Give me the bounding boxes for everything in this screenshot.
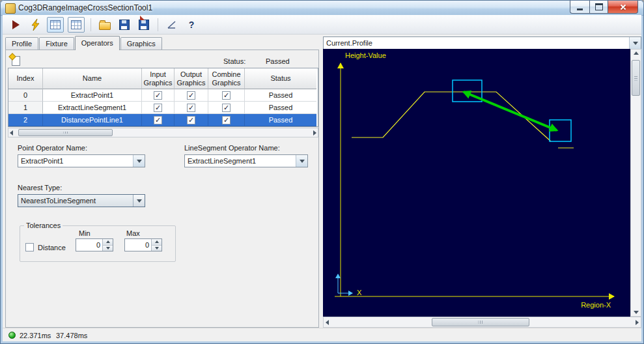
spin-down-button[interactable]: [103, 246, 113, 251]
triangle-right-icon: [313, 130, 316, 136]
open-button[interactable]: [97, 17, 113, 33]
new-document-icon: [12, 56, 20, 66]
header-line: Output: [180, 70, 202, 79]
spin-down-button[interactable]: [152, 246, 161, 251]
result-graphics-toggle[interactable]: [47, 17, 64, 33]
chevron-down-icon: [296, 155, 307, 167]
table-horizontal-scrollbar[interactable]: [8, 128, 318, 137]
app-icon: [5, 3, 16, 14]
execution-time: 22.371ms: [20, 332, 51, 339]
cell-combine-graphics: ✓: [208, 114, 245, 126]
max-spinner[interactable]: 0: [124, 238, 162, 251]
distance-label: Distance: [38, 244, 66, 251]
table-row[interactable]: 1 ExtractLineSegment1 ✓ ✓ ✓ Passed: [8, 102, 318, 114]
column-header-input-graphics[interactable]: Input Graphics: [142, 68, 175, 89]
scroll-right-button[interactable]: [313, 130, 316, 136]
toolbar-separator: [158, 18, 158, 31]
min-label: Min: [79, 229, 91, 237]
scrollbar-thumb[interactable]: [432, 318, 529, 326]
scrollbar-thumb[interactable]: [18, 129, 113, 136]
save-button[interactable]: [117, 17, 132, 33]
min-value[interactable]: 0: [76, 239, 102, 251]
minimize-icon: [577, 8, 583, 10]
scroll-left-button[interactable]: [10, 130, 13, 136]
checkbox[interactable]: ✓: [154, 104, 162, 112]
grid-icon: [71, 20, 81, 29]
column-header-name[interactable]: Name: [43, 68, 142, 89]
electric-run-button[interactable]: [27, 17, 43, 33]
header-line: Combine: [212, 70, 240, 79]
app-window: Cog3DRangeImageCrossSectionTool1: [0, 0, 644, 344]
profile-selector-combo[interactable]: Current.Profile: [323, 36, 641, 50]
checkbox[interactable]: ✓: [222, 104, 231, 112]
nearest-type-label: Nearest Type:: [18, 184, 62, 192]
maximize-button[interactable]: [589, 1, 608, 14]
checkbox[interactable]: ✓: [222, 116, 231, 124]
plot-background: [323, 49, 630, 317]
linesegment-operator-combo[interactable]: ExtractLineSegment1: [184, 154, 308, 167]
spin-up-button[interactable]: [152, 239, 161, 246]
mini-axis-label: X: [357, 289, 362, 296]
plot-horizontal-scrollbar[interactable]: [323, 317, 641, 328]
chevron-down-icon: [629, 37, 641, 49]
checkbox[interactable]: ✓: [187, 91, 195, 100]
checkbox[interactable]: ✓: [187, 116, 195, 124]
checkbox[interactable]: ✓: [154, 91, 162, 100]
triangle-down-icon: [634, 311, 639, 314]
checkbox[interactable]: ✓: [222, 91, 231, 100]
minimize-button[interactable]: [570, 1, 589, 14]
title-bar: Cog3DRangeImageCrossSectionTool1: [1, 1, 643, 16]
checkbox[interactable]: ✓: [187, 104, 195, 112]
x-axis-label: Region-X: [581, 301, 611, 309]
triangle-up-icon: [106, 240, 110, 243]
scroll-right-button[interactable]: [636, 320, 639, 325]
tab-fixture[interactable]: Fixture: [39, 37, 74, 50]
triangle-left-icon: [326, 320, 329, 325]
profile-plot-area[interactable]: Height-Value Region-X X: [323, 49, 630, 317]
distance-checkbox[interactable]: [25, 243, 34, 251]
min-spinner[interactable]: 0: [76, 238, 113, 251]
scroll-up-button[interactable]: [634, 51, 639, 55]
y-axis-label: Height-Value: [345, 51, 386, 59]
column-header-combine-graphics[interactable]: Combine Graphics: [208, 68, 245, 89]
profile-plot-svg: Height-Value Region-X X: [323, 49, 630, 317]
lightning-icon: [30, 18, 40, 31]
close-button[interactable]: [608, 1, 638, 14]
tab-graphics[interactable]: Graphics: [120, 37, 162, 50]
tab-operators[interactable]: Operators: [75, 36, 120, 50]
point-operator-combo[interactable]: ExtractPoint1: [18, 154, 145, 167]
column-header-index[interactable]: Index: [8, 68, 43, 89]
column-header-output-graphics[interactable]: Output Graphics: [175, 68, 208, 89]
cell-name: ExtractLineSegment1: [43, 102, 142, 114]
measure-settings-button[interactable]: [164, 17, 180, 33]
image-graphics-toggle[interactable]: [68, 17, 85, 33]
cell-index: 2: [8, 114, 43, 126]
triangle-up-icon: [634, 51, 639, 55]
table-row-selected[interactable]: 2 DistancePointLine1 ✓ ✓ ✓ Passed: [8, 114, 318, 126]
header-line: Input: [150, 70, 165, 79]
toolbar-separator: [91, 18, 91, 31]
checkbox[interactable]: ✓: [154, 116, 162, 124]
chevron-down-icon: [133, 155, 145, 167]
run-button[interactable]: [8, 17, 23, 33]
combo-value: ExtractPoint1: [18, 155, 133, 167]
spin-up-button[interactable]: [103, 239, 113, 246]
scroll-left-button[interactable]: [326, 320, 329, 325]
nearest-type-combo[interactable]: NearestToLineSegment: [18, 194, 145, 207]
cell-output-graphics: ✓: [175, 89, 208, 102]
cell-input-graphics: ✓: [142, 89, 175, 102]
tab-profile[interactable]: Profile: [5, 37, 38, 50]
cell-index: 1: [8, 102, 43, 114]
scrollbar-thumb[interactable]: [632, 60, 640, 96]
plot-vertical-scrollbar[interactable]: [630, 49, 641, 317]
max-value[interactable]: 0: [125, 239, 151, 251]
maximize-icon: [595, 3, 603, 10]
cell-combine-graphics: ✓: [208, 89, 245, 102]
import-results-button[interactable]: [136, 17, 152, 33]
add-operator-button[interactable]: [10, 55, 21, 66]
cell-output-graphics: ✓: [175, 102, 208, 114]
table-row[interactable]: 0 ExtractPoint1 ✓ ✓ ✓ Passed: [8, 89, 318, 102]
scroll-down-button[interactable]: [634, 311, 639, 314]
help-button[interactable]: ?: [184, 17, 199, 33]
column-header-status[interactable]: Status: [245, 68, 316, 89]
